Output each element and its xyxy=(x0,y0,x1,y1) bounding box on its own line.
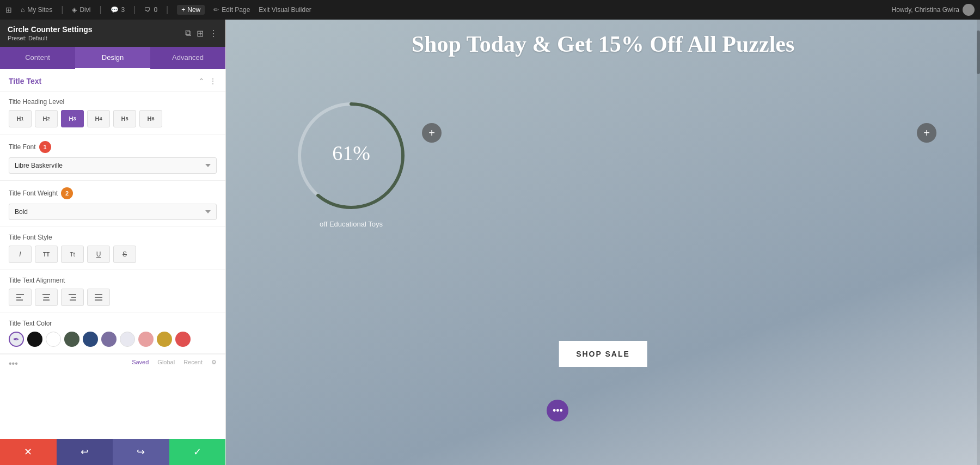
color-saved[interactable]: Saved xyxy=(132,359,149,369)
alignment-group: Title Text Alignment xyxy=(0,270,225,313)
swatch-black[interactable] xyxy=(27,332,42,347)
swatch-purple[interactable] xyxy=(101,332,117,347)
swatch-white[interactable] xyxy=(46,332,61,347)
svg-text:61%: 61% xyxy=(332,142,370,164)
tab-design[interactable]: Design xyxy=(75,47,150,69)
more-icon[interactable]: ⋮ xyxy=(209,28,218,39)
font-label-row: Title Font 1 xyxy=(9,141,217,153)
wp-logo[interactable]: ⊞ xyxy=(5,5,12,14)
style-italic[interactable]: I xyxy=(9,246,32,263)
svg-rect-10 xyxy=(95,297,102,298)
divi-icon: ◈ xyxy=(72,6,77,14)
sep4: | xyxy=(166,5,168,15)
columns-icon[interactable]: ⊞ xyxy=(197,28,204,39)
divi-link[interactable]: ◈ Divi xyxy=(72,6,90,14)
tab-advanced[interactable]: Advanced xyxy=(150,47,225,69)
font-group: Title Font 1 Libre Baskerville xyxy=(0,134,225,181)
heading-h4[interactable]: H4 xyxy=(87,110,110,127)
sidebar-tabs: Content Design Advanced xyxy=(0,47,225,69)
close-button[interactable]: ✕ xyxy=(0,439,57,465)
sidebar-content: Title Text ⌃ ⋮ Title Heading Level H1 H2… xyxy=(0,69,225,439)
align-buttons xyxy=(9,289,217,306)
align-left[interactable] xyxy=(9,289,32,306)
swatch-pink[interactable] xyxy=(138,332,154,347)
copy-icon[interactable]: ⧉ xyxy=(185,28,191,39)
save-icon: ✓ xyxy=(193,446,201,458)
add-btn-1[interactable]: + xyxy=(422,123,442,143)
sidebar-header: Circle Counter Settings Preset: Default … xyxy=(0,20,225,47)
style-buttons: I TT Tt U S xyxy=(9,246,217,263)
swatch-light-purple[interactable] xyxy=(120,332,135,347)
redo-button[interactable]: ↪ xyxy=(113,439,169,465)
font-weight-select[interactable]: Bold Thin Light Regular Bold Extra Bold … xyxy=(9,204,217,220)
add-btn-2[interactable]: + xyxy=(917,123,936,143)
new-button[interactable]: + New xyxy=(177,5,205,15)
collapse-icon[interactable]: ⌃ xyxy=(198,77,205,85)
heading-h3[interactable]: H3 xyxy=(61,110,84,127)
shop-sale-button[interactable]: SHOP SALE xyxy=(559,341,647,367)
tab-content[interactable]: Content xyxy=(0,47,75,69)
swatch-dark-green[interactable] xyxy=(64,332,79,347)
canvas-area: Shop Today & Get 15% Off All Puzzles 61%… xyxy=(226,20,980,465)
section-more-icon[interactable]: ⋮ xyxy=(209,77,217,85)
exit-builder-link[interactable]: Exit Visual Builder xyxy=(259,6,311,14)
swatch-gold[interactable] xyxy=(157,332,172,347)
svg-rect-7 xyxy=(71,297,76,298)
sep2: | xyxy=(99,5,101,15)
comment-count[interactable]: 🗨 0 xyxy=(144,6,157,14)
heading-h6[interactable]: H6 xyxy=(139,110,162,127)
canvas-heading: Shop Today & Get 15% Off All Puzzles xyxy=(390,20,817,58)
swatch-dark-blue[interactable] xyxy=(83,332,98,347)
section-header-icons: ⌃ ⋮ xyxy=(198,77,217,85)
svg-rect-8 xyxy=(70,299,76,301)
align-justify[interactable] xyxy=(87,289,110,306)
heading-h1[interactable]: H1 xyxy=(9,110,32,127)
swatch-red[interactable] xyxy=(175,332,191,347)
font-weight-label: Title Font Weight xyxy=(9,189,58,197)
color-settings-gear[interactable]: ⚙ xyxy=(211,359,217,369)
panel-title: Circle Counter Settings xyxy=(8,25,93,34)
panel-preset: Preset: Default xyxy=(8,35,93,41)
purple-dots-button[interactable]: ••• xyxy=(547,400,568,421)
plus-icon: + xyxy=(181,6,185,14)
svg-rect-1 xyxy=(16,297,21,298)
circle-svg: 61% xyxy=(291,96,411,216)
heading-level-group: Title Heading Level H1 H2 H3 H4 H5 H6 xyxy=(0,91,225,134)
heading-h2[interactable]: H2 xyxy=(35,110,58,127)
dropper-icon: ✒ xyxy=(13,335,20,344)
style-uppercase[interactable]: TT xyxy=(35,246,58,263)
color-swatches: ✒ xyxy=(9,332,217,347)
font-weight-label-row: Title Font Weight 2 xyxy=(9,187,217,199)
edit-page-link[interactable]: ✏ Edit Page xyxy=(213,6,250,14)
undo-button[interactable]: ↩ xyxy=(57,439,113,465)
color-global[interactable]: Global xyxy=(157,359,175,369)
scrollbar-track xyxy=(977,20,980,465)
main-layout: Circle Counter Settings Preset: Default … xyxy=(0,20,980,465)
color-dots[interactable]: ••• xyxy=(9,359,18,369)
sidebar-panel: Circle Counter Settings Preset: Default … xyxy=(0,20,226,465)
sidebar-header-icons: ⧉ ⊞ ⋮ xyxy=(185,28,218,39)
color-recent[interactable]: Recent xyxy=(183,359,203,369)
avatar xyxy=(963,4,975,16)
svg-rect-3 xyxy=(42,294,50,295)
scrollbar-thumb[interactable] xyxy=(977,30,980,74)
undo-icon: ↩ xyxy=(81,446,89,458)
align-right[interactable] xyxy=(61,289,84,306)
font-select[interactable]: Libre Baskerville xyxy=(9,157,217,174)
my-sites[interactable]: ⌂ My Sites xyxy=(21,6,52,14)
align-center[interactable] xyxy=(35,289,58,306)
heading-h5[interactable]: H5 xyxy=(113,110,136,127)
style-underline[interactable]: U xyxy=(87,246,110,263)
comments-link[interactable]: 💬 3 xyxy=(111,6,125,14)
save-button[interactable]: ✓ xyxy=(169,439,226,465)
circle-label: off Educational Toys xyxy=(320,220,383,228)
svg-rect-6 xyxy=(69,294,76,295)
admin-bar-right: Howdy, Christina Gwira xyxy=(892,4,975,16)
font-style-label: Title Font Style xyxy=(9,234,217,241)
comment-icon: 💬 xyxy=(111,6,119,14)
action-bar: ✕ ↩ ↪ ✓ xyxy=(0,439,225,465)
color-dropper[interactable]: ✒ xyxy=(9,332,24,347)
style-strikethrough[interactable]: S xyxy=(113,246,136,263)
style-capitalize[interactable]: Tt xyxy=(61,246,84,263)
section-title: Title Text xyxy=(9,77,41,85)
